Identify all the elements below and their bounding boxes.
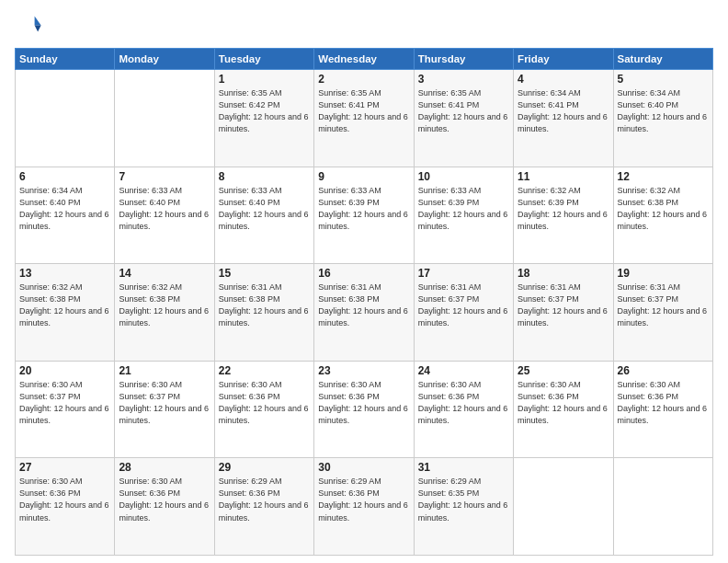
calendar-cell — [115, 70, 214, 167]
calendar-cell: 22Sunrise: 6:30 AM Sunset: 6:36 PM Dayli… — [214, 361, 313, 458]
weekday-header-saturday: Saturday — [613, 49, 712, 70]
calendar-cell: 15Sunrise: 6:31 AM Sunset: 6:38 PM Dayli… — [214, 264, 313, 362]
calendar-cell: 14Sunrise: 6:32 AM Sunset: 6:38 PM Dayli… — [115, 264, 214, 362]
day-info: Sunrise: 6:29 AM Sunset: 6:36 PM Dayligh… — [219, 476, 310, 523]
week-row-1: 1Sunrise: 6:35 AM Sunset: 6:42 PM Daylig… — [16, 70, 713, 167]
day-number: 22 — [219, 364, 310, 377]
calendar-cell — [613, 458, 712, 556]
calendar-cell: 27Sunrise: 6:30 AM Sunset: 6:36 PM Dayli… — [16, 458, 115, 556]
week-row-2: 6Sunrise: 6:34 AM Sunset: 6:40 PM Daylig… — [16, 167, 713, 264]
calendar-table: SundayMondayTuesdayWednesdayThursdayFrid… — [15, 48, 713, 556]
svg-marker-0 — [35, 17, 41, 26]
day-number: 8 — [219, 170, 310, 183]
weekday-header-wednesday: Wednesday — [314, 49, 414, 70]
weekday-header-thursday: Thursday — [414, 49, 513, 70]
day-number: 6 — [19, 170, 110, 183]
day-number: 26 — [618, 364, 709, 377]
page: SundayMondayTuesdayWednesdayThursdayFrid… — [0, 0, 728, 563]
calendar-cell: 13Sunrise: 6:32 AM Sunset: 6:38 PM Dayli… — [16, 264, 115, 362]
calendar-cell — [514, 458, 613, 556]
day-number: 27 — [19, 461, 110, 474]
day-number: 24 — [418, 364, 509, 377]
day-info: Sunrise: 6:33 AM Sunset: 6:40 PM Dayligh… — [119, 185, 210, 233]
calendar-cell: 17Sunrise: 6:31 AM Sunset: 6:37 PM Dayli… — [414, 264, 513, 362]
day-number: 4 — [518, 73, 609, 86]
calendar-cell: 2Sunrise: 6:35 AM Sunset: 6:41 PM Daylig… — [314, 70, 414, 167]
logo — [15, 11, 42, 40]
day-info: Sunrise: 6:32 AM Sunset: 6:38 PM Dayligh… — [19, 282, 110, 329]
calendar-body: 1Sunrise: 6:35 AM Sunset: 6:42 PM Daylig… — [16, 70, 713, 556]
day-number: 5 — [618, 73, 709, 86]
calendar-cell: 12Sunrise: 6:32 AM Sunset: 6:38 PM Dayli… — [613, 167, 712, 264]
calendar-header: SundayMondayTuesdayWednesdayThursdayFrid… — [16, 49, 713, 70]
calendar-cell: 7Sunrise: 6:33 AM Sunset: 6:40 PM Daylig… — [115, 167, 214, 264]
day-info: Sunrise: 6:31 AM Sunset: 6:37 PM Dayligh… — [418, 282, 509, 329]
day-number: 23 — [318, 364, 409, 377]
day-info: Sunrise: 6:29 AM Sunset: 6:35 PM Dayligh… — [418, 476, 509, 523]
day-info: Sunrise: 6:30 AM Sunset: 6:36 PM Dayligh… — [318, 379, 409, 427]
calendar-cell: 11Sunrise: 6:32 AM Sunset: 6:39 PM Dayli… — [514, 167, 613, 264]
day-number: 28 — [119, 461, 210, 474]
day-info: Sunrise: 6:30 AM Sunset: 6:36 PM Dayligh… — [219, 379, 310, 427]
calendar-cell: 16Sunrise: 6:31 AM Sunset: 6:38 PM Dayli… — [314, 264, 414, 362]
calendar-cell: 4Sunrise: 6:34 AM Sunset: 6:41 PM Daylig… — [514, 70, 613, 167]
calendar-cell: 28Sunrise: 6:30 AM Sunset: 6:36 PM Dayli… — [115, 458, 214, 556]
day-number: 14 — [119, 267, 210, 280]
day-info: Sunrise: 6:30 AM Sunset: 6:36 PM Dayligh… — [119, 476, 210, 523]
day-number: 1 — [219, 73, 310, 86]
week-row-3: 13Sunrise: 6:32 AM Sunset: 6:38 PM Dayli… — [16, 264, 713, 362]
day-number: 9 — [318, 170, 409, 183]
week-row-4: 20Sunrise: 6:30 AM Sunset: 6:37 PM Dayli… — [16, 361, 713, 458]
day-number: 18 — [518, 267, 609, 280]
day-number: 12 — [618, 170, 709, 183]
day-number: 3 — [418, 73, 509, 86]
calendar-cell — [16, 70, 115, 167]
weekday-header-friday: Friday — [514, 49, 613, 70]
weekday-header-monday: Monday — [115, 49, 214, 70]
day-number: 16 — [318, 267, 409, 280]
logo-icon — [17, 11, 42, 37]
day-info: Sunrise: 6:29 AM Sunset: 6:36 PM Dayligh… — [318, 476, 409, 523]
calendar-cell: 9Sunrise: 6:33 AM Sunset: 6:39 PM Daylig… — [314, 167, 414, 264]
day-info: Sunrise: 6:34 AM Sunset: 6:40 PM Dayligh… — [618, 87, 709, 135]
calendar-cell: 23Sunrise: 6:30 AM Sunset: 6:36 PM Dayli… — [314, 361, 414, 458]
day-info: Sunrise: 6:30 AM Sunset: 6:37 PM Dayligh… — [119, 379, 210, 427]
day-info: Sunrise: 6:30 AM Sunset: 6:36 PM Dayligh… — [19, 476, 110, 523]
header — [15, 11, 713, 40]
day-number: 21 — [119, 364, 210, 377]
calendar-cell: 10Sunrise: 6:33 AM Sunset: 6:39 PM Dayli… — [414, 167, 513, 264]
svg-marker-1 — [35, 25, 41, 31]
day-info: Sunrise: 6:34 AM Sunset: 6:40 PM Dayligh… — [19, 185, 110, 233]
day-info: Sunrise: 6:35 AM Sunset: 6:41 PM Dayligh… — [318, 87, 409, 135]
day-number: 31 — [418, 461, 509, 474]
calendar-cell: 3Sunrise: 6:35 AM Sunset: 6:41 PM Daylig… — [414, 70, 513, 167]
calendar-cell: 5Sunrise: 6:34 AM Sunset: 6:40 PM Daylig… — [613, 70, 712, 167]
calendar-cell: 6Sunrise: 6:34 AM Sunset: 6:40 PM Daylig… — [16, 167, 115, 264]
calendar-cell: 31Sunrise: 6:29 AM Sunset: 6:35 PM Dayli… — [414, 458, 513, 556]
day-number: 7 — [119, 170, 210, 183]
day-number: 15 — [219, 267, 310, 280]
calendar-cell: 24Sunrise: 6:30 AM Sunset: 6:36 PM Dayli… — [414, 361, 513, 458]
calendar-cell: 8Sunrise: 6:33 AM Sunset: 6:40 PM Daylig… — [214, 167, 313, 264]
calendar-cell: 20Sunrise: 6:30 AM Sunset: 6:37 PM Dayli… — [16, 361, 115, 458]
calendar-cell: 30Sunrise: 6:29 AM Sunset: 6:36 PM Dayli… — [314, 458, 414, 556]
day-info: Sunrise: 6:32 AM Sunset: 6:38 PM Dayligh… — [119, 282, 210, 329]
day-info: Sunrise: 6:30 AM Sunset: 6:36 PM Dayligh… — [418, 379, 509, 427]
day-number: 25 — [518, 364, 609, 377]
day-info: Sunrise: 6:31 AM Sunset: 6:37 PM Dayligh… — [518, 282, 609, 329]
calendar-cell: 25Sunrise: 6:30 AM Sunset: 6:36 PM Dayli… — [514, 361, 613, 458]
day-number: 13 — [19, 267, 110, 280]
day-number: 29 — [219, 461, 310, 474]
day-info: Sunrise: 6:31 AM Sunset: 6:38 PM Dayligh… — [318, 282, 409, 329]
calendar-cell: 21Sunrise: 6:30 AM Sunset: 6:37 PM Dayli… — [115, 361, 214, 458]
day-info: Sunrise: 6:31 AM Sunset: 6:38 PM Dayligh… — [219, 282, 310, 329]
day-info: Sunrise: 6:35 AM Sunset: 6:42 PM Dayligh… — [219, 87, 310, 135]
day-number: 10 — [418, 170, 509, 183]
day-info: Sunrise: 6:33 AM Sunset: 6:39 PM Dayligh… — [318, 185, 409, 233]
day-number: 17 — [418, 267, 509, 280]
day-info: Sunrise: 6:33 AM Sunset: 6:40 PM Dayligh… — [219, 185, 310, 233]
calendar-cell: 18Sunrise: 6:31 AM Sunset: 6:37 PM Dayli… — [514, 264, 613, 362]
day-info: Sunrise: 6:31 AM Sunset: 6:37 PM Dayligh… — [618, 282, 709, 329]
day-info: Sunrise: 6:35 AM Sunset: 6:41 PM Dayligh… — [418, 87, 509, 135]
calendar-cell: 1Sunrise: 6:35 AM Sunset: 6:42 PM Daylig… — [214, 70, 313, 167]
